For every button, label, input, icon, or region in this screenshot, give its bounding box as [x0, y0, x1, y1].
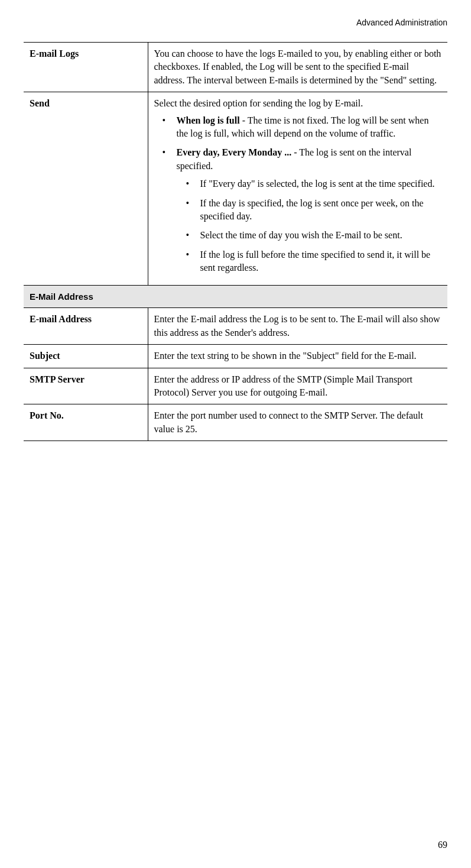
- section-header: E-Mail Address: [24, 286, 447, 308]
- table-row: E-mail Logs You can choose to have the l…: [24, 43, 447, 92]
- row-description: Enter the port number used to connect to…: [148, 404, 447, 441]
- row-description: Select the desired option for sending th…: [148, 92, 447, 286]
- list-item: If "Every day" is selected, the log is s…: [177, 177, 442, 190]
- row-label: Send: [24, 92, 148, 286]
- table-row: Subject Enter the text string to be show…: [24, 345, 447, 368]
- table-row: Send Select the desired option for sendi…: [24, 92, 447, 286]
- bullet-bold: When log is full: [177, 115, 240, 125]
- bullet-bold: Every day, Every Monday ...: [177, 147, 292, 157]
- row-label: E-mail Address: [24, 308, 148, 345]
- send-bullet-list: When log is full - The time is not fixed…: [154, 114, 442, 275]
- list-item: If the day is specified, the log is sent…: [177, 197, 442, 224]
- row-label: SMTP Server: [24, 368, 148, 404]
- list-item: If the log is full before the time speci…: [177, 248, 442, 275]
- settings-table: E-mail Logs You can choose to have the l…: [24, 42, 447, 441]
- send-intro: Select the desired option for sending th…: [154, 97, 442, 110]
- row-label: Subject: [24, 345, 148, 368]
- row-description: Enter the E-mail address the Log is to b…: [148, 308, 447, 345]
- table-row: E-mail Address Enter the E-mail address …: [24, 308, 447, 345]
- page-number: 69: [438, 840, 447, 850]
- row-description: You can choose to have the logs E-mailed…: [148, 43, 447, 92]
- row-label: E-mail Logs: [24, 43, 148, 92]
- table-row-section: E-Mail Address: [24, 286, 447, 308]
- send-sub-list: If "Every day" is selected, the log is s…: [177, 177, 442, 274]
- table-row: Port No. Enter the port number used to c…: [24, 404, 447, 441]
- list-item: When log is full - The time is not fixed…: [154, 114, 442, 141]
- table-row: SMTP Server Enter the address or IP addr…: [24, 368, 447, 404]
- row-description: Enter the text string to be shown in the…: [148, 345, 447, 368]
- row-label: Port No.: [24, 404, 148, 441]
- page-header: Advanced Administration: [24, 18, 447, 27]
- row-description: Enter the address or IP address of the S…: [148, 368, 447, 404]
- list-item: Every day, Every Monday ... - The log is…: [154, 146, 442, 274]
- list-item: Select the time of day you wish the E-ma…: [177, 229, 442, 242]
